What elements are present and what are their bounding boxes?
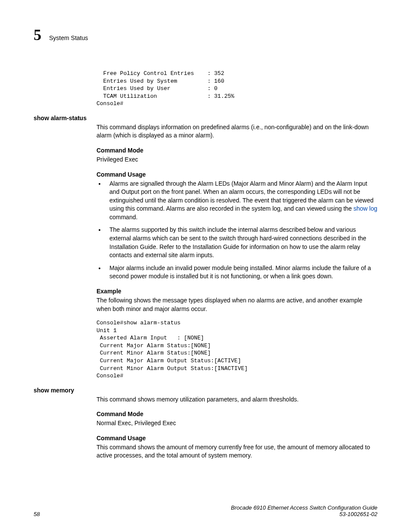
code-block-alarm-status: Console#show alarm-status Unit 1 Asserte…	[97, 319, 377, 380]
intro-paragraph: This command displays information on pre…	[97, 123, 377, 140]
doc-id: 53-1002651-02	[231, 511, 377, 517]
page-number: 58	[34, 511, 40, 517]
example-label: Example	[97, 288, 377, 295]
section-heading-show-alarm-status: show alarm-status	[34, 115, 377, 121]
example-intro: The following shows the message types di…	[97, 296, 377, 313]
command-mode-label: Command Mode	[97, 411, 377, 417]
intro-paragraph: This command shows memory utilization pa…	[97, 395, 377, 404]
section-heading-show-memory: show memory	[34, 387, 377, 394]
usage-bullets: Alarms are signalled through the Alarm L…	[105, 180, 377, 281]
command-usage-label: Command Usage	[97, 435, 377, 442]
code-block-tcam: Free Policy Control Entries : 352 Entrie…	[97, 70, 377, 108]
bullet-text-pre: Alarms are signalled through the Alarm L…	[109, 180, 374, 212]
page-footer: 58 Brocade 6910 Ethernet Access Switch C…	[34, 504, 377, 517]
chapter-number: 5	[34, 26, 41, 44]
command-mode-label: Command Mode	[97, 147, 377, 154]
command-usage-label: Command Usage	[97, 171, 377, 178]
command-mode-value: Privileged Exec	[97, 156, 377, 164]
command-usage-text: This command shows the amount of memory …	[97, 443, 377, 460]
bullet-item: The alarms supported by this switch incl…	[105, 226, 377, 259]
command-mode-value: Normal Exec, Privileged Exec	[97, 419, 377, 428]
page-header: 5 System Status	[34, 26, 377, 44]
doc-title: Brocade 6910 Ethernet Access Switch Conf…	[231, 504, 377, 511]
bullet-item: Major alarms include an invalid power mo…	[105, 264, 377, 281]
chapter-title: System Status	[49, 34, 88, 41]
bullet-item: Alarms are signalled through the Alarm L…	[105, 180, 377, 222]
show-log-link[interactable]: show log	[354, 205, 377, 212]
bullet-text-post: command.	[109, 214, 137, 221]
